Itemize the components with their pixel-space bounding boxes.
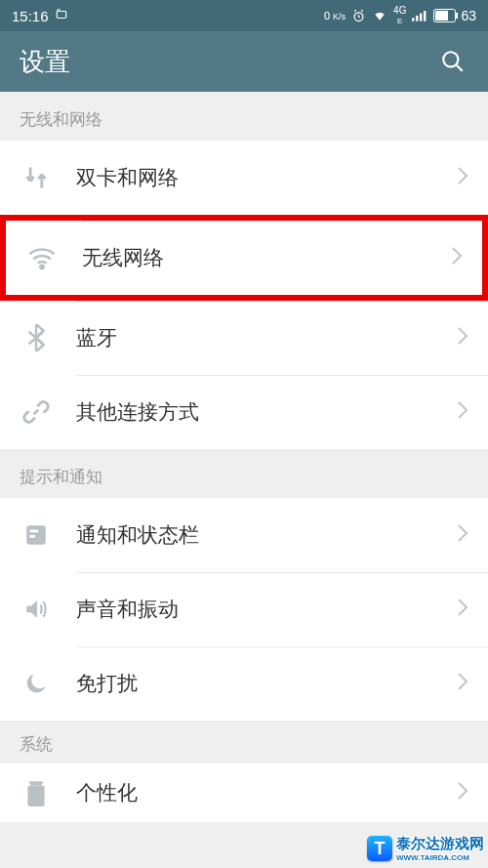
section-wireless: 无线和网络 bbox=[0, 92, 488, 141]
section-notify: 提示和通知 bbox=[0, 449, 488, 498]
system-list: 个性化 bbox=[0, 764, 488, 822]
item-bluetooth[interactable]: 蓝牙 bbox=[0, 301, 488, 375]
battery-indicator: 63 bbox=[433, 8, 476, 23]
svg-rect-5 bbox=[424, 11, 426, 21]
svg-rect-4 bbox=[420, 14, 422, 21]
status-left: 15:16 bbox=[12, 8, 68, 24]
app-header: 设置 bbox=[0, 31, 488, 92]
chevron-icon bbox=[457, 598, 468, 621]
alarm-icon bbox=[351, 9, 366, 23]
screenshot-icon bbox=[55, 8, 68, 24]
chevron-icon bbox=[457, 400, 468, 424]
search-icon bbox=[440, 49, 466, 74]
sound-icon bbox=[20, 593, 53, 626]
watermark: T 泰尔达游戏网 WWW.TAIRDA.COM bbox=[367, 835, 484, 862]
wifi-icon bbox=[25, 241, 59, 274]
svg-rect-12 bbox=[30, 530, 39, 533]
chevron-icon bbox=[457, 326, 468, 350]
item-label: 声音和振动 bbox=[76, 596, 457, 623]
item-notification[interactable]: 通知和状态栏 bbox=[0, 498, 488, 572]
item-label: 无线网络 bbox=[82, 244, 451, 271]
chevron-icon bbox=[457, 672, 468, 695]
svg-rect-2 bbox=[412, 18, 414, 21]
notification-icon bbox=[20, 518, 53, 552]
item-label: 双卡和网络 bbox=[76, 164, 457, 191]
item-label: 个性化 bbox=[76, 779, 457, 806]
network-type: 4GE bbox=[393, 6, 406, 25]
search-button[interactable] bbox=[437, 46, 468, 77]
watermark-text: 泰尔达游戏网 bbox=[396, 835, 484, 853]
item-label: 免打扰 bbox=[76, 670, 457, 697]
link-icon bbox=[20, 395, 53, 429]
svg-point-10 bbox=[40, 266, 43, 269]
personalize-icon bbox=[20, 776, 53, 809]
wireless-list: 双卡和网络 无线网络 蓝牙 其他连接方式 bbox=[0, 141, 488, 449]
status-right: 0 K/s 4GE 63 bbox=[324, 6, 476, 25]
status-bar: 15:16 0 K/s 4GE 63 bbox=[0, 0, 488, 31]
moon-icon bbox=[20, 667, 53, 700]
item-label: 蓝牙 bbox=[76, 324, 457, 351]
bluetooth-icon bbox=[20, 321, 53, 354]
item-dnd[interactable]: 免打扰 bbox=[0, 646, 488, 721]
chevron-icon bbox=[457, 781, 468, 805]
notify-list: 通知和状态栏 声音和振动 免打扰 bbox=[0, 498, 488, 721]
item-other-connections[interactable]: 其他连接方式 bbox=[0, 375, 488, 449]
chevron-icon bbox=[457, 166, 468, 189]
watermark-url: WWW.TAIRDA.COM bbox=[396, 853, 484, 862]
wifi-status-icon bbox=[372, 9, 387, 22]
svg-rect-11 bbox=[26, 525, 46, 545]
network-rate: 0 K/s bbox=[324, 11, 346, 21]
svg-rect-8 bbox=[456, 13, 458, 19]
watermark-logo: T bbox=[367, 836, 392, 861]
item-label: 其他连接方式 bbox=[76, 398, 457, 426]
svg-rect-3 bbox=[416, 16, 418, 21]
svg-point-9 bbox=[443, 52, 458, 66]
chevron-icon bbox=[451, 246, 463, 269]
page-title: 设置 bbox=[20, 45, 70, 79]
item-sound[interactable]: 声音和振动 bbox=[0, 572, 488, 646]
svg-rect-7 bbox=[435, 11, 448, 21]
svg-rect-0 bbox=[57, 11, 65, 18]
sim-icon bbox=[20, 161, 53, 194]
section-system: 系统 bbox=[0, 721, 488, 764]
item-wifi[interactable]: 无线网络 bbox=[0, 215, 488, 301]
svg-rect-14 bbox=[27, 785, 44, 806]
chevron-icon bbox=[457, 523, 468, 547]
svg-rect-13 bbox=[30, 535, 35, 538]
item-personalize[interactable]: 个性化 bbox=[0, 764, 488, 822]
item-sim-network[interactable]: 双卡和网络 bbox=[0, 141, 488, 215]
signal-icon bbox=[412, 9, 427, 22]
status-time: 15:16 bbox=[12, 8, 49, 24]
item-label: 通知和状态栏 bbox=[76, 521, 457, 549]
